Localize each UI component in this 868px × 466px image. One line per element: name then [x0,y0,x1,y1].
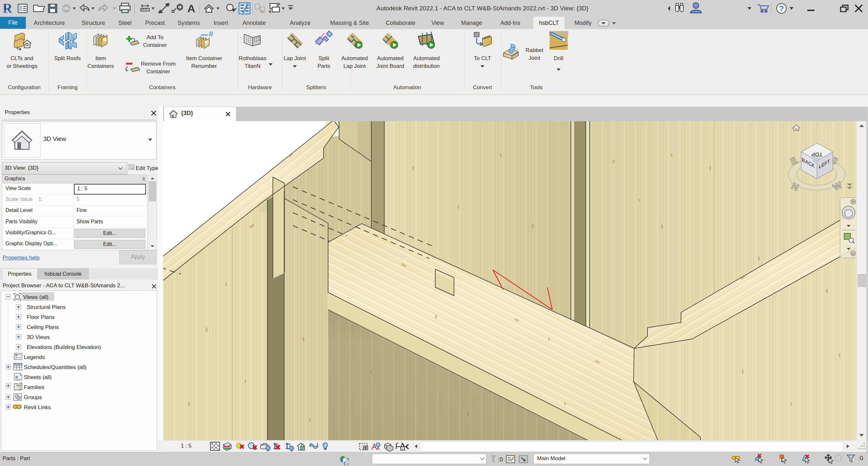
svg-text:Structural Plans: Structural Plans [27,304,66,310]
svg-text:?: ? [779,4,784,13]
svg-text:Groups: Groups [24,394,42,400]
svg-text:Elevations (Building Elevation: Elevations (Building Elevation) [27,344,101,350]
svg-text:A: A [187,2,195,14]
svg-text:Families: Families [24,384,44,390]
svg-text:Floor Plans: Floor Plans [27,314,55,320]
svg-text:Revit Links: Revit Links [24,404,51,410]
svg-text::0: :0 [498,456,503,463]
svg-text:R: R [3,1,12,16]
svg-text:1: 1 [179,5,181,9]
svg-text:Ceiling Plans: Ceiling Plans [27,324,59,330]
svg-text:Legends: Legends [24,354,45,360]
svg-text:Sheets (all): Sheets (all) [24,374,52,380]
svg-text:Schedules/Quantities (all): Schedules/Quantities (all) [24,364,87,370]
svg-text:Views (all): Views (all) [23,294,49,300]
svg-text:TOP: TOP [811,151,823,157]
svg-text:3D Views: 3D Views [27,334,50,340]
svg-text:#: # [209,29,213,39]
